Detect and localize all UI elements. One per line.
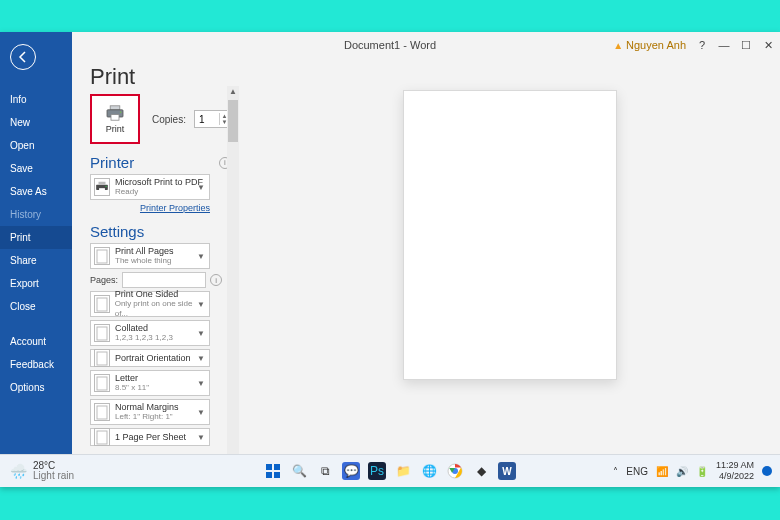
windows-taskbar: 🌧️ 28°C Light rain 🔍 ⧉ 💬 Ps 📁 🌐 ◆ W ˄ EN…: [0, 454, 780, 487]
sidebar-item-export[interactable]: Export: [0, 272, 72, 295]
copies-stepper[interactable]: 1 ▲▼: [194, 110, 230, 128]
setting-letter[interactable]: Letter8.5" x 11"▼: [90, 370, 210, 396]
printer-icon: [94, 178, 110, 196]
system-tray: ˄ ENG 📶 🔊 🔋 11:29 AM 4/9/2022: [613, 460, 772, 482]
warning-icon: ▲: [613, 40, 623, 51]
pages-label: Pages:: [90, 275, 118, 285]
sidebar-item-info[interactable]: Info: [0, 88, 72, 111]
svg-rect-17: [266, 472, 272, 478]
print-button[interactable]: Print: [90, 94, 140, 144]
chevron-down-icon: ▼: [197, 183, 205, 192]
setting-normal-margins[interactable]: Normal MarginsLeft: 1" Right: 1"▼: [90, 399, 210, 425]
setting-print-one-sided[interactable]: Print One SidedOnly print on one side of…: [90, 291, 210, 317]
sidebar-item-feedback[interactable]: Feedback: [0, 353, 72, 376]
notifications-icon[interactable]: [762, 466, 772, 476]
svg-rect-11: [97, 352, 107, 365]
setting-collated[interactable]: Collated1,2,3 1,2,3 1,2,3▼: [90, 320, 210, 346]
setting-portrait-orientation[interactable]: Portrait Orientation▼: [90, 349, 210, 367]
print-options-panel: Print Print Copies: 1 ▲▼: [72, 58, 237, 487]
drive-icon[interactable]: ◆: [472, 462, 490, 480]
svg-rect-12: [97, 377, 107, 390]
sidebar-item-history[interactable]: History: [0, 203, 72, 226]
battery-icon[interactable]: 🔋: [696, 466, 708, 477]
chevron-down-icon: ▼: [197, 300, 205, 309]
printer-select[interactable]: Microsoft Print to PDF Ready ▼: [90, 174, 210, 200]
printer-heading: Printer i: [90, 154, 237, 171]
language-indicator[interactable]: ENG: [626, 466, 648, 477]
preview-page: [403, 90, 617, 380]
info-icon[interactable]: i: [210, 274, 222, 286]
page-icon: [94, 428, 110, 446]
chrome-icon[interactable]: [446, 462, 464, 480]
svg-rect-8: [97, 250, 107, 263]
chat-icon[interactable]: 💬: [342, 462, 360, 480]
svg-rect-10: [97, 327, 107, 340]
svg-rect-15: [266, 464, 272, 470]
svg-rect-0: [110, 105, 120, 109]
svg-rect-14: [97, 431, 107, 444]
title-bar: Document1 - Word ▲ Nguyen Anh ? — ☐ ✕: [0, 32, 780, 58]
maximize-button[interactable]: ☐: [740, 39, 752, 51]
settings-heading: Settings: [90, 223, 237, 240]
task-view-icon[interactable]: ⧉: [316, 462, 334, 480]
printer-properties-link[interactable]: Printer Properties: [90, 203, 210, 213]
svg-rect-9: [97, 298, 107, 311]
svg-rect-5: [99, 188, 105, 192]
chevron-down-icon: ▼: [197, 433, 205, 442]
page-icon: [94, 295, 110, 313]
svg-rect-13: [97, 406, 107, 419]
edge-icon[interactable]: 🌐: [420, 462, 438, 480]
page-title: Print: [90, 64, 237, 90]
setting-1-page-per-sheet[interactable]: 1 Page Per Sheet▼: [90, 428, 210, 446]
svg-point-7: [105, 186, 106, 187]
help-button[interactable]: ?: [696, 39, 708, 51]
copies-label: Copies:: [152, 114, 186, 125]
page-icon: [94, 324, 110, 342]
svg-rect-18: [274, 472, 280, 478]
photoshop-icon[interactable]: Ps: [368, 462, 386, 480]
sidebar-item-open[interactable]: Open: [0, 134, 72, 157]
printer-icon: [105, 105, 125, 121]
wifi-icon[interactable]: 📶: [656, 466, 668, 477]
svg-rect-2: [111, 114, 119, 120]
volume-icon[interactable]: 🔊: [676, 466, 688, 477]
sidebar-item-close[interactable]: Close: [0, 295, 72, 318]
sidebar-item-options[interactable]: Options: [0, 376, 72, 399]
page-icon: [94, 403, 110, 421]
svg-rect-6: [99, 182, 106, 185]
window-title: Document1 - Word: [344, 39, 436, 51]
pages-input[interactable]: [122, 272, 206, 288]
sidebar-item-new[interactable]: New: [0, 111, 72, 134]
page-icon: [94, 247, 110, 265]
app-window: Document1 - Word ▲ Nguyen Anh ? — ☐ ✕ In…: [0, 32, 780, 487]
backstage-main: Print Print Copies: 1 ▲▼: [72, 58, 780, 487]
chevron-down-icon: ▼: [197, 329, 205, 338]
weather-icon: 🌧️: [10, 463, 27, 479]
sidebar-item-save-as[interactable]: Save As: [0, 180, 72, 203]
back-button[interactable]: [10, 44, 36, 70]
account-label[interactable]: ▲ Nguyen Anh: [613, 39, 686, 51]
print-preview-area: ◄ of 1 ► 51% − + ⤢: [237, 58, 780, 487]
search-icon[interactable]: 🔍: [290, 462, 308, 480]
pages-row: Pages:i: [90, 272, 237, 288]
chevron-down-icon: ▼: [197, 354, 205, 363]
setting-print-all-pages[interactable]: Print All PagesThe whole thing▼: [90, 243, 210, 269]
close-button[interactable]: ✕: [762, 39, 774, 51]
sidebar-item-account[interactable]: Account: [0, 330, 72, 353]
chevron-down-icon: ▼: [197, 252, 205, 261]
minimize-button[interactable]: —: [718, 39, 730, 51]
clock[interactable]: 11:29 AM 4/9/2022: [716, 460, 754, 482]
sidebar-item-share[interactable]: Share: [0, 249, 72, 272]
chevron-down-icon: ▼: [197, 379, 205, 388]
svg-point-3: [120, 111, 122, 113]
tray-chevron-icon[interactable]: ˄: [613, 466, 618, 477]
sidebar-item-save[interactable]: Save: [0, 157, 72, 180]
sidebar-item-print[interactable]: Print: [0, 226, 72, 249]
file-explorer-icon[interactable]: 📁: [394, 462, 412, 480]
word-icon[interactable]: W: [498, 462, 516, 480]
taskbar-center: 🔍 ⧉ 💬 Ps 📁 🌐 ◆ W: [264, 462, 516, 480]
backstage-sidebar: InfoNewOpenSaveSave AsHistoryPrintShareE…: [0, 32, 72, 487]
weather-widget[interactable]: 🌧️ 28°C Light rain: [10, 461, 74, 481]
chevron-down-icon: ▼: [197, 408, 205, 417]
start-button[interactable]: [264, 462, 282, 480]
